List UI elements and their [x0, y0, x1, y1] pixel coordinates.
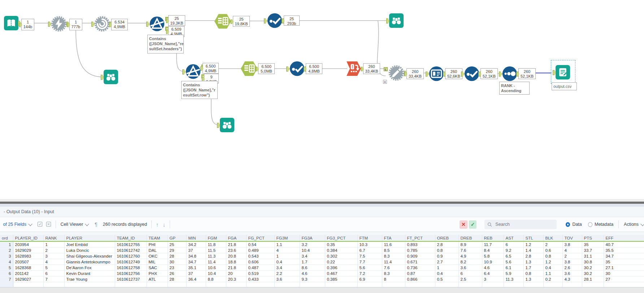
column-header-BLK[interactable]: BLK	[543, 235, 562, 241]
column-header-PTS[interactable]: PTS	[582, 235, 604, 241]
column-header-OREB[interactable]: OREB	[435, 235, 458, 241]
table-row[interactable]: 216290292Luka Doncic1610612742DAL293711.…	[0, 247, 644, 253]
column-header-PLAYER_ID[interactable]: PLAYER_ID	[13, 235, 43, 241]
search-box[interactable]	[484, 220, 557, 229]
text-to-columns-tool-1[interactable]	[214, 14, 231, 29]
cross-tab-tool[interactable]	[347, 61, 361, 76]
select-tool-3[interactable]	[464, 66, 480, 82]
json-parse-tool[interactable]	[94, 16, 110, 32]
filter-false-button[interactable]: ✕	[460, 220, 467, 229]
table-cell: 34.7	[186, 259, 206, 265]
column-header-TOV[interactable]: TOV	[562, 235, 582, 241]
table-cell: Trae Young	[64, 276, 115, 282]
table-cell: 35.1	[186, 265, 206, 271]
column-header-FG3M[interactable]: FG3M	[274, 235, 300, 241]
clear-cell-icon[interactable]	[46, 221, 51, 227]
right-input-port[interactable]: R	[383, 80, 387, 84]
table-cell: 6.4	[482, 271, 504, 276]
browse-tool-2[interactable]	[104, 70, 118, 84]
table-cell: 203954	[13, 241, 43, 247]
filter-annotation[interactable]: Contains ([JSON_Name],"r esultSet.row")	[181, 81, 218, 99]
table-row[interactable]: 62011426Kevin Durant1610612756PHX263710.…	[0, 271, 644, 276]
select-tool-1[interactable]	[267, 13, 283, 29]
table-cell: 0.909	[405, 253, 435, 259]
table-row[interactable]: 516283685De'Aaron Fox1610612758SAC2335.1…	[0, 265, 644, 271]
auto-field-tool[interactable]	[428, 66, 444, 82]
table-cell: 0.433	[246, 276, 274, 282]
filter-rows-tool[interactable]: T F	[185, 64, 201, 79]
arrow-up-icon[interactable]: ↑	[156, 221, 159, 228]
search-input[interactable]	[495, 221, 554, 227]
column-header-MIN[interactable]: MIN	[186, 235, 206, 241]
table-cell: 30	[604, 271, 644, 276]
results-title: - Output Data (10) - Input	[4, 209, 54, 214]
table-cell: 7.2	[357, 271, 382, 276]
table-cell: 21.8	[226, 241, 246, 247]
input-data-tool[interactable]	[4, 16, 18, 30]
column-header-REB[interactable]: REB	[482, 235, 504, 241]
sort-annotation[interactable]: RANK - Ascending	[499, 82, 530, 95]
browse-tool-1[interactable]	[389, 13, 404, 28]
arrow-down-icon[interactable]: ↓	[163, 221, 166, 228]
filter-headers-tool[interactable]: T F	[149, 16, 165, 32]
table-cell: 8.3	[382, 253, 405, 259]
column-header-AST[interactable]: AST	[504, 235, 523, 241]
select-tool-2[interactable]	[289, 61, 305, 77]
table-cell: 1.2	[543, 259, 562, 265]
column-header-TEAM[interactable]: TEAM	[147, 235, 167, 241]
column-header-FGM[interactable]: FGM	[206, 235, 226, 241]
table-row[interactable]: 12039541Joel Embiid1610612755PHI2534.211…	[0, 241, 644, 247]
table-cell: 33.7	[582, 247, 604, 253]
record-count-box: 2519,8KB	[233, 16, 250, 27]
table-cell: 0.866	[405, 276, 435, 282]
table-row[interactable]: 42035074Giannis Antetokounmpo1610612749M…	[0, 259, 644, 265]
browse-tool-3[interactable]	[220, 118, 234, 132]
column-header-TEAM_ID[interactable]: TEAM_ID	[115, 235, 147, 241]
horizontal-scrollbar[interactable]	[0, 287, 644, 293]
left-input-port[interactable]: L	[384, 67, 388, 71]
row-number: 5	[0, 265, 13, 271]
fields-dropdown[interactable]: of 25 Fields	[3, 222, 32, 227]
column-header-RANK[interactable]: RANK	[43, 235, 64, 241]
sort-tool[interactable]	[502, 66, 518, 82]
output-data-tool[interactable]	[556, 65, 570, 79]
column-header-STL[interactable]: STL	[523, 235, 543, 241]
column-header-FTM[interactable]: FTM	[357, 235, 382, 241]
pilcrow-icon[interactable]: ¶	[95, 221, 97, 227]
select-cell-icon[interactable]	[37, 221, 43, 227]
table-cell: 20.8	[226, 253, 246, 259]
cell-viewer-dropdown[interactable]: Cell Viewer	[60, 222, 88, 227]
filter-annotation[interactable]: Contains ([JSON_Name],"re sultSet.header…	[147, 35, 184, 53]
records-displayed-label: 260 records displayed	[103, 222, 147, 227]
table-cell: 8.4	[482, 247, 504, 253]
column-header-GP[interactable]: GP	[167, 235, 186, 241]
table-cell: 6.1	[504, 265, 523, 271]
actions-dropdown[interactable]: Actions	[624, 222, 644, 227]
table-cell: Shai Gilgeous-Alexander	[64, 253, 115, 259]
text-to-columns-tool-2[interactable]	[241, 61, 257, 76]
filter-true-button[interactable]: ✓	[469, 220, 477, 229]
table-cell: 30	[167, 259, 186, 265]
workflow-canvas[interactable]: 1144b 1777b 6.5344,9MB	[0, 0, 644, 199]
column-header-FTA[interactable]: FTA	[382, 235, 405, 241]
column-header-EFF[interactable]: EFF	[604, 235, 644, 241]
column-header-FG3_PCT[interactable]: FG3_PCT	[325, 235, 357, 241]
dynamic-rename-tool[interactable]: L R	[388, 65, 404, 81]
column-header-DREB[interactable]: DREB	[458, 235, 482, 241]
table-row[interactable]: 316289833Shai Gilgeous-Alexander16106127…	[0, 253, 644, 259]
data-radio[interactable]	[566, 222, 570, 227]
column-header-PLAYER[interactable]: PLAYER	[64, 235, 115, 241]
metadata-radio[interactable]	[588, 222, 592, 227]
column-header-FGA[interactable]: FGA	[226, 235, 246, 241]
output-annotation[interactable]: output.csv	[552, 82, 577, 90]
column-header-FG_PCT[interactable]: FG_PCT	[246, 235, 274, 241]
column-header-FG3A[interactable]: FG3A	[300, 235, 325, 241]
table-cell: 6.7	[357, 247, 382, 253]
row-number: 3	[0, 253, 13, 259]
table-row[interactable]: 716290277Trae Young1610612737ATL2836.48.…	[0, 276, 644, 282]
table-cell: 0.302	[325, 253, 357, 259]
column-header-FT_PCT[interactable]: FT_PCT	[405, 235, 435, 241]
download-tool[interactable]	[51, 16, 67, 32]
column-header-ord[interactable]: ord	[0, 235, 13, 241]
table-cell: 1.7	[300, 259, 325, 265]
